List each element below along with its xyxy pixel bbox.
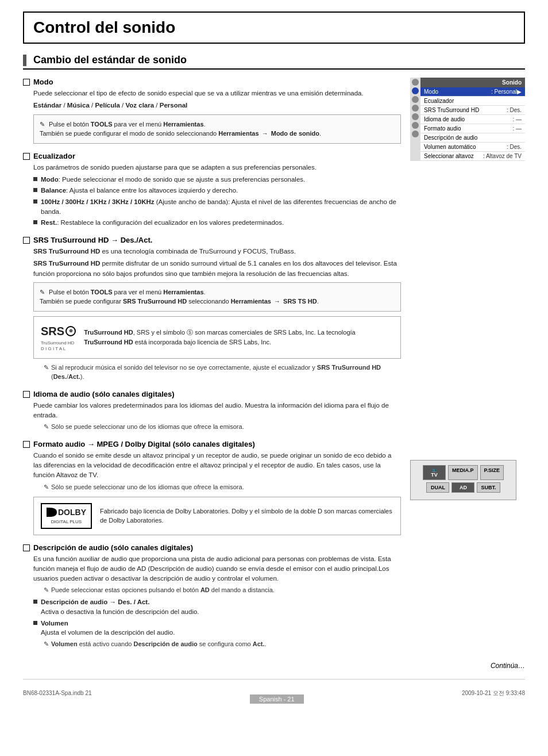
bullet-volumen-text: VolumenAjusta el volumen de la descripci… xyxy=(41,619,175,638)
bullet-icon xyxy=(33,600,37,604)
modo-label: Modo xyxy=(33,78,53,86)
pencil-icon-formato: ✎ xyxy=(44,483,49,492)
formato-title: Formato audio → MPEG / Dolby Digital (só… xyxy=(23,440,401,448)
tv-menu-item-4: Formato audio : — xyxy=(420,124,525,133)
remote-row-2: DUAL AD SUBT. xyxy=(415,482,511,493)
srs-text2: SRS TruSurround HD permite disfrutar de … xyxy=(33,259,401,279)
srs-circle: ⊕ xyxy=(65,326,76,336)
descripcion-label: Descripción de audio (sólo canales digit… xyxy=(33,543,193,552)
bullet-icon xyxy=(33,220,37,224)
idioma-body: Puede cambiar los valores predeterminado… xyxy=(33,401,401,432)
descripcion-info-text: Puede seleccionar estas opciones pulsand… xyxy=(51,586,275,595)
descripcion-checkbox xyxy=(23,544,30,551)
descripcion-text: Es una función auxiliar de audio que pro… xyxy=(33,554,401,584)
dolby-d-icon xyxy=(47,508,57,517)
remote-buttons: 📺 TV MEDIA.P P.SIZE DUAL AD SUBT. xyxy=(410,460,516,500)
idioma-checkbox xyxy=(23,391,30,398)
modo-title: Modo xyxy=(23,78,401,86)
dolby-logo: DOLBY DIGITAL PLUS xyxy=(41,503,92,529)
bullet-icon xyxy=(33,177,37,181)
remote-btn-tv: 📺 TV xyxy=(423,465,446,480)
left-column: Modo Puede seleccionar el tipo de efecto… xyxy=(23,78,401,657)
content-area: Modo Puede seleccionar el tipo de efecto… xyxy=(23,78,525,657)
modo-body: Puede seleccionar el tipo de efecto de s… xyxy=(33,89,401,144)
footer-file: BN68-02331A-Spa.indb 21 xyxy=(23,690,92,696)
bullet-icon xyxy=(33,188,37,192)
bullet-desc-act-text: Descripción de audio → Des. / Act.Activa… xyxy=(41,597,199,616)
tv-menu-item-1: Ecualizador xyxy=(420,97,525,106)
tv-icon-1 xyxy=(412,79,419,86)
bullet-balance-text: Balance: Ajusta el balance entre los alt… xyxy=(41,186,238,195)
descripcion-bullets: Descripción de audio → Des. / Act.Activa… xyxy=(33,597,401,638)
bullet-hz: 100Hz / 300Hz / 1KHz / 3KHz / 10KHz (Aju… xyxy=(33,197,401,216)
srs-label: SRS TruSurround HD → Des./Act. xyxy=(33,236,152,244)
main-title: Control del sonido xyxy=(23,11,525,44)
tv-icon-7 xyxy=(412,131,419,137)
section-heading-text: Cambio del estándar de sonido xyxy=(33,54,187,66)
tv-label: 📺 xyxy=(427,467,442,472)
section-srs: SRS TruSurround HD → Des./Act. SRS TruSu… xyxy=(23,236,401,381)
section-formato: Formato audio → MPEG / Dolby Digital (só… xyxy=(23,440,401,535)
remote-row-1: 📺 TV MEDIA.P P.SIZE xyxy=(415,465,511,480)
modo-checkbox xyxy=(23,79,30,86)
section-modo: Modo Puede seleccionar el tipo de efecto… xyxy=(23,78,401,144)
footer: BN68-02331A-Spa.indb 21 Spanish - 21 200… xyxy=(23,679,525,704)
note-icon-modo: ✎ xyxy=(40,120,45,129)
tv-menu-item-0: Modo : Personal ▶ xyxy=(420,87,525,97)
pencil-icon-srs: ✎ xyxy=(44,363,49,373)
section-heading: Cambio del estándar de sonido xyxy=(23,54,525,70)
idioma-info: ✎ Sólo se puede seleccionar uno de los i… xyxy=(44,423,401,432)
dolby-text: DOLBY xyxy=(58,506,86,519)
tv-menu-side-label: Sonido xyxy=(502,79,522,86)
ecualizador-body: Los parámetros de sonido pueden ajustars… xyxy=(33,163,401,228)
ecualizador-label: Ecualizador xyxy=(33,152,75,160)
remote-btn-psize: P.SIZE xyxy=(480,465,504,480)
idioma-title: Idioma de audio (sólo canales digitales) xyxy=(23,390,401,398)
pencil-icon-idioma: ✎ xyxy=(44,423,49,432)
bullet-desc-act: Descripción de audio → Des. / Act.Activa… xyxy=(33,597,401,616)
tv-icon-6 xyxy=(412,122,419,129)
bullet-balance: Balance: Ajusta el balance entre los alt… xyxy=(33,186,401,195)
formato-label: Formato audio → MPEG / Dolby Digital (só… xyxy=(33,440,255,448)
bullet-icon xyxy=(33,621,37,625)
section-idioma: Idioma de audio (sólo canales digitales)… xyxy=(23,390,401,432)
tv-menu-label-1: Ecualizador xyxy=(424,98,522,104)
remote-buttons-section: 📺 TV MEDIA.P P.SIZE DUAL AD SUBT. xyxy=(410,460,525,500)
tv-menu-label-5: Descripción de audio xyxy=(424,135,522,141)
formato-text: Cuando el sonido se emite desde un altav… xyxy=(33,451,401,481)
note-icon-srs: ✎ xyxy=(40,287,45,297)
tv-menu-item-6: Volumen automático : Des. xyxy=(420,143,525,152)
srs-body: SRS TruSurround HD es una tecnología com… xyxy=(33,247,401,381)
srs-text1: SRS TruSurround HD es una tecnología com… xyxy=(33,247,401,256)
pencil-icon-desc: ✎ xyxy=(44,586,49,595)
descripcion-info: ✎ Puede seleccionar estas opciones pulsa… xyxy=(44,586,401,595)
ecualizador-title: Ecualizador xyxy=(23,152,401,160)
right-column: Sonido Modo : Personal ▶ Ecualizador SRS… xyxy=(410,78,525,657)
formato-info-text: Sólo se puede seleccionar uno de los idi… xyxy=(51,483,244,492)
footer-date: 2009-10-21 오전 9:33:48 xyxy=(462,689,525,697)
formato-body: Cuando el sonido se emite desde un altav… xyxy=(33,451,401,535)
section-ecualizador: Ecualizador Los parámetros de sonido pue… xyxy=(23,152,401,228)
last-info-note: ✎ Volumen está activo cuando Descripción… xyxy=(44,640,401,649)
tv-menu-main: Sonido Modo : Personal ▶ Ecualizador SRS… xyxy=(420,78,525,161)
tv-menu-label-2: SRS TruSurround HD xyxy=(424,107,507,113)
bullet-modo-text: Modo: Puede seleccionar el modo de sonid… xyxy=(41,175,305,185)
tv-icon-5 xyxy=(412,113,419,120)
last-info-text: Volumen está activo cuando Descripción d… xyxy=(51,640,267,649)
srs-logo: SRS ⊕ TruSurround HDD I G I T A L xyxy=(41,323,76,352)
modo-options: Estándar / Música / Película / Voz clara… xyxy=(33,101,401,110)
dolby-box: DOLBY DIGITAL PLUS Fabricado bajo licenc… xyxy=(33,497,401,535)
tv-menu-item-2: SRS TruSurround HD : Des. xyxy=(420,106,525,115)
srs-logo-text: SRS ⊕ xyxy=(41,323,76,340)
bullet-rest-text: Rest.: Restablece la configuración del e… xyxy=(41,218,284,228)
idioma-label: Idioma de audio (sólo canales digitales) xyxy=(33,390,175,398)
tv-menu-item-7: Seleccionar altavoz : Altavoz de TV xyxy=(420,152,525,161)
tv-menu-wrapper: Sonido Modo : Personal ▶ Ecualizador SRS… xyxy=(410,78,525,161)
tv-menu-value-3: : — xyxy=(512,116,522,122)
continue-wrapper: Continúa… xyxy=(23,662,525,670)
tv-menu-item-3: Idioma de audio : — xyxy=(420,115,525,124)
dolby-logo-text: DOLBY xyxy=(47,506,86,519)
footer-page: Spanish - 21 xyxy=(250,694,304,704)
bullet-modo: Modo: Puede seleccionar el modo de sonid… xyxy=(33,175,401,185)
tv-menu-value-4: : — xyxy=(512,125,522,132)
